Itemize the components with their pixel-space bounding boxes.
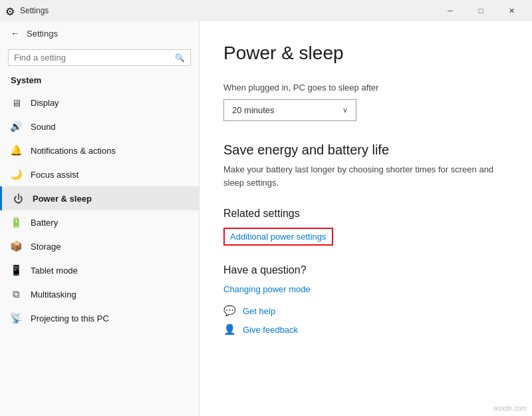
sidebar-item-label-battery: Battery: [31, 218, 58, 228]
help-items-list: 💬 Get help 👤 Give feedback: [223, 305, 508, 335]
sidebar-item-storage[interactable]: 📦 Storage: [0, 234, 199, 258]
sidebar-section-label: System: [0, 73, 199, 91]
help-label-1: Give feedback: [243, 325, 298, 335]
sidebar-item-power[interactable]: ⏻ Power & sleep: [0, 186, 199, 210]
storage-icon: 📦: [11, 241, 21, 252]
app-icon: ⚙: [5, 5, 16, 16]
titlebar-controls: ─ □ ✕: [435, 0, 527, 21]
sleep-dropdown-value: 20 minutes: [232, 105, 275, 115]
sidebar-item-focus[interactable]: 🌙 Focus assist: [0, 162, 199, 186]
help-item-1[interactable]: 👤 Give feedback: [223, 323, 508, 335]
sidebar-item-sound[interactable]: 🔊 Sound: [0, 114, 199, 138]
search-icon[interactable]: 🔍: [175, 53, 185, 63]
help-item-0[interactable]: 💬 Get help: [223, 305, 508, 317]
sidebar-item-label-display: Display: [31, 98, 59, 108]
sidebar-item-label-focus: Focus assist: [31, 170, 78, 180]
search-input[interactable]: [14, 53, 171, 63]
energy-desc: Make your battery last longer by choosin…: [223, 163, 508, 189]
sidebar-item-label-power: Power & sleep: [33, 194, 92, 204]
focus-icon: 🌙: [11, 169, 21, 180]
titlebar-title: Settings: [20, 6, 435, 15]
back-arrow-icon: ←: [11, 28, 20, 39]
sleep-label: When plugged in, PC goes to sleep after: [223, 83, 508, 93]
sleep-dropdown-wrapper: 20 minutes ∨: [223, 99, 508, 121]
sidebar: ← Settings 🔍 System 🖥 Display 🔊 Sound 🔔 …: [0, 21, 200, 416]
watermark: wsxdn.com: [493, 405, 527, 412]
maximize-button[interactable]: □: [466, 0, 496, 21]
help-icon-1: 👤: [223, 323, 236, 335]
back-button[interactable]: ← Settings: [0, 21, 199, 45]
sleep-dropdown[interactable]: 20 minutes ∨: [223, 99, 356, 121]
tablet-icon: 📱: [11, 265, 21, 276]
help-label-0: Get help: [243, 306, 275, 316]
sidebar-item-label-projecting: Projecting to this PC: [31, 313, 109, 323]
app-container: ← Settings 🔍 System 🖥 Display 🔊 Sound 🔔 …: [0, 21, 532, 416]
page-title: Power & sleep: [223, 43, 508, 64]
sidebar-item-label-sound: Sound: [31, 122, 56, 132]
notifications-icon: 🔔: [11, 145, 21, 156]
projecting-icon: 📡: [11, 313, 21, 323]
sidebar-item-battery[interactable]: 🔋 Battery: [0, 210, 199, 234]
nav-list: 🖥 Display 🔊 Sound 🔔 Notifications & acti…: [0, 91, 199, 330]
content-area: Power & sleep When plugged in, PC goes t…: [200, 21, 532, 416]
search-box: 🔍: [8, 49, 191, 66]
sidebar-item-tablet[interactable]: 📱 Tablet mode: [0, 258, 199, 282]
additional-power-settings-link[interactable]: Additional power settings: [223, 228, 333, 246]
sidebar-item-label-tablet: Tablet mode: [31, 266, 78, 276]
sidebar-item-label-storage: Storage: [31, 242, 61, 252]
sidebar-item-notifications[interactable]: 🔔 Notifications & actions: [0, 138, 199, 162]
sidebar-item-label-notifications: Notifications & actions: [31, 146, 116, 156]
sidebar-item-display[interactable]: 🖥 Display: [0, 91, 199, 114]
titlebar: ⚙ Settings ─ □ ✕: [0, 0, 532, 21]
chevron-down-icon: ∨: [342, 106, 348, 114]
help-icon-0: 💬: [223, 305, 236, 317]
minimize-button[interactable]: ─: [435, 0, 466, 21]
sidebar-item-multitasking[interactable]: ⧉ Multitasking: [0, 282, 199, 306]
related-settings-title: Related settings: [223, 208, 508, 220]
multitasking-icon: ⧉: [11, 289, 21, 300]
power-icon: ⏻: [13, 193, 23, 204]
sound-icon: 🔊: [11, 121, 21, 132]
close-button[interactable]: ✕: [496, 0, 527, 21]
sidebar-item-projecting[interactable]: 📡 Projecting to this PC: [0, 306, 199, 330]
changing-power-mode-link[interactable]: Changing power mode: [223, 284, 508, 294]
back-label: Settings: [27, 29, 58, 39]
question-title: Have a question?: [223, 264, 508, 276]
display-icon: 🖥: [11, 97, 21, 108]
battery-icon: 🔋: [11, 217, 21, 228]
sidebar-item-label-multitasking: Multitasking: [31, 290, 76, 300]
energy-title: Save energy and battery life: [223, 142, 508, 158]
